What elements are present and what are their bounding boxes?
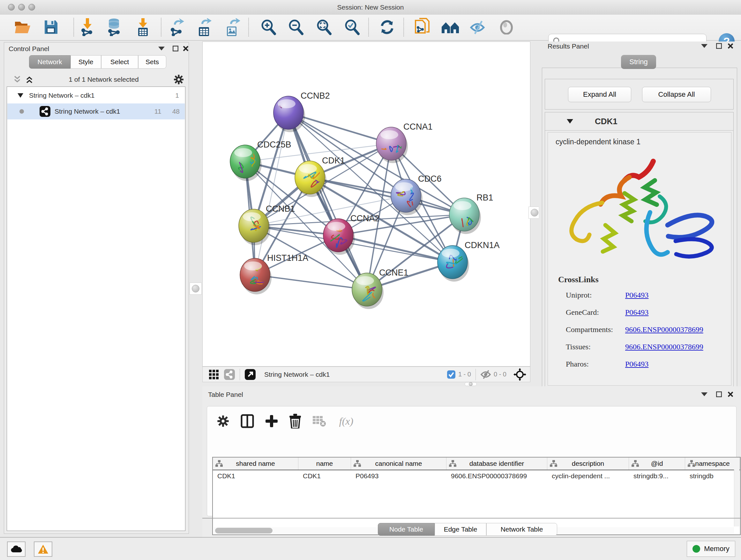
crosslink-tissues-link[interactable]: 9606.ENSP00000378699 [625,343,703,351]
node-label: HIST1H1A [267,253,308,263]
function-builder-icon[interactable]: f(x) [333,413,359,429]
column-header-name[interactable]: name [298,457,351,470]
network-collection-row[interactable]: String Network – cdk1 1 [7,87,185,104]
network-edge[interactable] [288,113,367,290]
network-edge[interactable] [255,275,367,290]
grid-view-icon[interactable] [208,369,219,380]
table-cell[interactable]: 9606.ENSP00000378699 [447,470,547,482]
vertical-divider-left[interactable] [189,42,202,534]
table-cell[interactable]: stringdb:9... [629,470,685,482]
panel-menu-icon[interactable] [700,42,709,50]
gene-section-header[interactable]: CDK1 [545,112,733,131]
create-column-plus-icon[interactable] [263,413,280,429]
network-options-gear-icon[interactable] [173,74,184,85]
table-cell[interactable]: P06493 [351,470,447,482]
warning-status-button[interactable] [34,542,52,557]
open-session-icon[interactable] [13,17,32,37]
memory-button[interactable]: Memory [687,541,735,557]
show-all-eye-icon[interactable] [497,17,516,37]
expand-all-chevron-icon[interactable] [24,76,34,83]
column-header-namespace[interactable]: namespace [685,457,740,470]
divider-handle[interactable] [190,283,202,295]
panel-float-icon[interactable] [715,390,723,398]
panel-menu-icon[interactable] [157,44,165,53]
pan-crosshair-icon[interactable] [514,368,526,381]
table-cell[interactable]: cyclin-dependent ... [547,470,629,482]
network-node-CCNB1[interactable]: CCNB1 [239,204,295,245]
tree-expand-icon[interactable] [17,93,23,98]
crosslink-uniprot-link[interactable]: P06493 [625,291,649,300]
panel-float-icon[interactable] [172,44,180,53]
table-cell[interactable]: CDK1 [298,470,351,482]
zoom-selected-icon[interactable] [343,17,361,37]
birds-eye-view-icon[interactable] [224,369,235,380]
panel-menu-icon[interactable] [700,390,709,398]
refresh-icon[interactable] [378,17,396,37]
network-node-CDC6[interactable]: CDC6 [391,174,442,215]
column-header-description[interactable]: description [547,457,629,470]
tab-select[interactable]: Select [101,55,138,69]
selected-checkbox-icon[interactable] [447,370,456,379]
tab-network-table[interactable]: Network Table [486,523,557,536]
crosslink-compartments-link[interactable]: 9606.ENSP00000378699 [625,325,703,334]
import-network-database-icon[interactable] [105,17,123,37]
collapse-all-button[interactable]: Collapse All [642,87,711,102]
collapse-all-chevron-icon[interactable] [12,76,22,83]
network-canvas-svg[interactable]: CCNB2CCNA1CDC25BCDK1CDC6RB1CCNB1CCNA2CDK… [203,42,530,366]
tab-network[interactable]: Network [29,55,71,69]
delete-column-trash-icon[interactable] [287,413,304,429]
tab-node-table[interactable]: Node Table [378,523,434,536]
export-image-icon[interactable] [223,17,241,37]
column-header-shared-name[interactable]: shared name [213,457,298,470]
save-session-icon[interactable] [42,17,60,37]
crosslink-pharos-link[interactable]: P06493 [625,360,649,368]
network-node-CCNA1[interactable]: CCNA1 [376,122,433,163]
table-cell[interactable]: stringdb [685,470,740,482]
table-header-row[interactable]: shared namenamecanonical namedatabase id… [213,457,740,470]
column-header-database-identifier[interactable]: database identifier [447,457,547,470]
network-node-CDKN1A[interactable]: CDKN1A [437,240,500,282]
network-edge[interactable] [338,235,453,262]
network-row-selected[interactable]: String Network – cdk1 11 48 [7,104,185,119]
column-header--id[interactable]: @id [629,457,685,470]
tab-style[interactable]: Style [71,55,101,69]
hidden-eye-icon[interactable] [480,370,491,379]
hide-selection-eye-icon[interactable] [469,17,488,37]
zoom-in-icon[interactable] [259,17,278,37]
table-row[interactable]: CDK1CDK1P064939606.ENSP00000378699cyclin… [213,470,740,482]
network-node-RB1[interactable]: RB1 [449,193,493,234]
import-table-icon[interactable] [133,17,152,37]
open-in-window-icon[interactable] [245,369,256,380]
tab-edge-table[interactable]: Edge Table [434,523,486,536]
network-canvas[interactable]: CCNB2CCNA1CDC25BCDK1CDC6RB1CCNB1CCNA2CDK… [202,42,530,367]
table-cell[interactable]: CDK1 [213,470,298,482]
scrollbar-thumb[interactable] [215,528,273,534]
tab-sets[interactable]: Sets [138,55,166,69]
panel-close-icon[interactable] [726,42,735,50]
column-header-canonical-name[interactable]: canonical name [351,457,447,470]
network-node-CCNB2[interactable]: CCNB2 [271,91,330,132]
section-collapse-icon[interactable] [567,119,573,124]
home-networks-icon[interactable] [441,17,460,37]
export-network-icon[interactable] [167,17,186,37]
panel-close-icon[interactable] [726,390,735,398]
network-node-CDK1[interactable]: CDK1 [295,156,345,197]
network-node-HIST1H1A[interactable]: HIST1H1A [240,253,308,294]
delete-table-icon[interactable] [311,413,328,429]
show-columns-icon[interactable] [239,413,256,429]
horizontal-divider-handle[interactable] [465,382,477,386]
expand-all-button[interactable]: Expand All [568,87,631,102]
copy-share-document-icon[interactable] [413,17,431,37]
tab-string[interactable]: String [621,55,656,69]
crosslink-genecard-link[interactable]: P06493 [625,308,649,317]
network-node-CDC25B[interactable]: CDC25B [230,140,291,181]
network-edge[interactable] [255,113,288,275]
title-bar: Session: New Session [0,0,741,15]
panel-float-icon[interactable] [715,42,723,50]
cloud-status-button[interactable] [7,542,25,557]
table-options-gear-icon[interactable] [215,413,231,429]
import-network-file-icon[interactable] [78,17,96,37]
zoom-fit-icon[interactable] [315,17,333,37]
export-table-icon[interactable] [195,17,213,37]
zoom-out-icon[interactable] [286,17,305,37]
